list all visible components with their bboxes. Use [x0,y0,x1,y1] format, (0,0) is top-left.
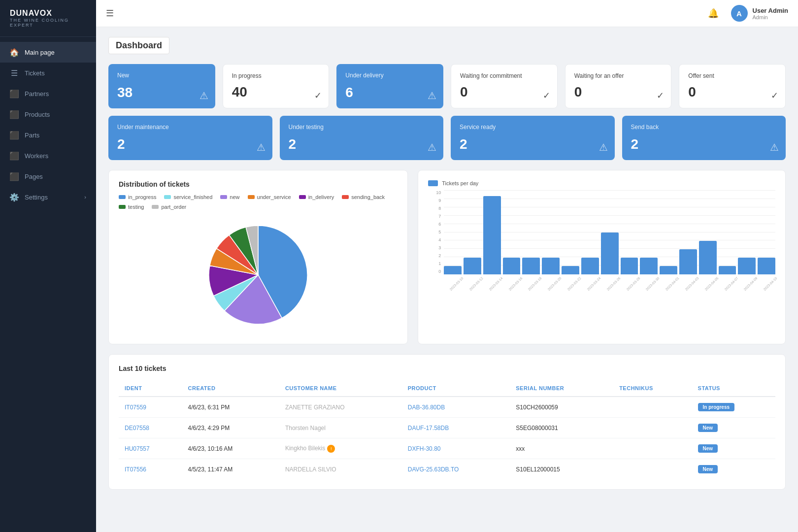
menu-toggle-icon[interactable]: ☰ [106,8,114,19]
check-icon: ✓ [657,90,664,101]
legend-label: testing [128,204,144,210]
avatar: A [731,5,748,22]
table-header-serial-number: SERIAL NUMBER [510,380,613,397]
sidebar-nav: 🏠 Main page ☰ Tickets ⬛ Partners ⬛ Produ… [0,37,96,532]
cell-ident: IT07559 [119,397,182,418]
product-link[interactable]: DAUF-17.58DB [408,425,449,432]
bar-group: 2023-04-05 [699,196,717,280]
pie-chart-svg [204,221,312,329]
bar-label: 2023-04-03 [684,276,699,291]
ticket-link[interactable]: IT07556 [125,466,146,473]
sidebar-item-pages[interactable]: ⬛ Pages [0,166,96,187]
parts-icon: ⬛ [10,131,19,139]
ticket-link[interactable]: DE07558 [125,425,149,432]
stat-value: 6 [345,85,434,100]
sidebar-item-parts[interactable]: ⬛ Parts [0,125,96,145]
pie-chart-container [119,216,398,334]
stat-card-waiting-for-an-offer: Waiting for an offer 0 ✓ [565,64,672,108]
cell-tech [613,459,692,480]
legend-item-in_progress: in_progress [119,194,156,200]
tickets-table: IDENTCREATEDCUSTOMER NAMEPRODUCTSERIAL N… [119,380,775,479]
stat-label: Waiting for an offer [574,72,663,79]
legend-item-sending_back: sending_back [342,194,385,200]
legend-item-testing: testing [119,204,144,210]
legend-item-new: new [220,194,239,200]
bars-container: 2023-03-10 2023-03-12 2023-03-14 2023-03… [444,196,775,280]
bar-group: 2023-04-10 [758,196,775,280]
charts-section: Distribution of tickets in_progressservi… [108,170,786,344]
stat-value: 0 [688,84,776,100]
stat-label: Send back [631,124,777,131]
bar-group: 2023-03-18 [522,196,540,280]
topbar: ☰ 🔔 A User Admin Admin [96,0,798,27]
bar-label: 2023-04-05 [704,276,719,291]
status-badge: New [698,444,718,453]
legend-color [342,195,349,199]
table-header-status: STATUS [692,380,775,397]
sidebar-item-partners[interactable]: ⬛ Partners [0,83,96,104]
bar [738,258,756,274]
ticket-link[interactable]: IT07559 [125,404,146,411]
logo-text: DUNAVOX [10,9,86,18]
cell-product: DAB-36.80DB [402,397,510,418]
cell-ident: DE07558 [119,418,182,438]
user-role: Admin [753,14,788,20]
bar [621,258,638,274]
legend-color [248,195,255,199]
stat-card-under-testing: Under testing 2 ⚠ [280,116,444,160]
sidebar-item-main-page[interactable]: 🏠 Main page [0,42,96,63]
cell-tech [613,438,692,459]
page-title: Dashboard [108,37,169,54]
bar-label: 2023-04-01 [665,276,680,291]
legend-item-part_order: part_order [152,204,186,210]
legend-item-service_finished: service_finished [164,194,212,200]
warning-icon: ⚠ [257,141,266,153]
table-header-ident: IDENT [119,380,182,397]
sidebar-item-label: Parts [25,132,39,139]
product-link[interactable]: DAB-36.80DB [408,404,445,411]
sidebar-item-workers[interactable]: ⬛ Workers [0,145,96,166]
table-header-customer-name: CUSTOMER NAME [279,380,402,397]
sidebar-item-label: Products [25,111,50,118]
table-row: IT07556 4/5/23, 11:47 AM NARDELLA SILVIO… [119,459,775,480]
legend-color [220,195,227,199]
cell-created: 4/6/23, 6:31 PM [182,397,279,418]
sidebar-item-settings[interactable]: ⚙️ Settings › [0,187,96,207]
warning-icon: ⚠ [770,141,779,153]
stat-card-in-progress: In progress 40 ✓ [223,64,330,108]
bar-label: 2023-04-07 [724,276,738,291]
check-icon: ✓ [314,90,322,101]
main-area: ☰ 🔔 A User Admin Admin Dashboard New 38 … [96,0,798,532]
bar-label: 2023-03-12 [468,276,483,291]
bar [444,266,462,274]
product-link[interactable]: DAVG-25.63DB.TO [408,466,459,473]
stat-value: 2 [460,136,606,152]
bar [581,258,599,274]
stat-card-offer-sent: Offer sent 0 ✓ [679,64,786,108]
stat-card-new: New 38 ⚠ [108,64,215,108]
check-icon: ✓ [771,90,778,101]
cell-ident: IT07556 [119,459,182,480]
cell-created: 4/6/23, 4:29 PM [182,418,279,438]
table-header-product: PRODUCT [402,380,510,397]
bell-icon[interactable]: 🔔 [708,8,719,19]
stat-card-under-maintenance: Under maintenance 2 ⚠ [108,116,272,160]
cell-product: DAUF-17.58DB [402,418,510,438]
cell-customer: ZANETTE GRAZIANO [279,397,402,418]
table-row: DE07558 4/6/23, 4:29 PM Thorsten Nagel D… [119,418,775,438]
bar-label: 2023-04-10 [763,276,778,291]
bar-group: 2023-03-16 [503,196,521,280]
bar [562,266,579,274]
bar [503,258,521,274]
sidebar-item-tickets[interactable]: ☰ Tickets [0,63,96,83]
legend-color [119,205,126,209]
product-link[interactable]: DXFH-30.80 [408,445,441,452]
ticket-icon: ☰ [10,68,19,77]
home-icon: 🏠 [10,48,19,57]
ticket-link[interactable]: HU07557 [125,445,150,452]
sidebar-item-products[interactable]: ⬛ Products [0,104,96,125]
bar-label: 2023-03-30 [645,276,660,291]
bar-chart-legend: Tickets per day [428,180,775,186]
bar-chart-legend-label: Tickets per day [442,180,478,186]
table-header-created: CREATED [182,380,279,397]
